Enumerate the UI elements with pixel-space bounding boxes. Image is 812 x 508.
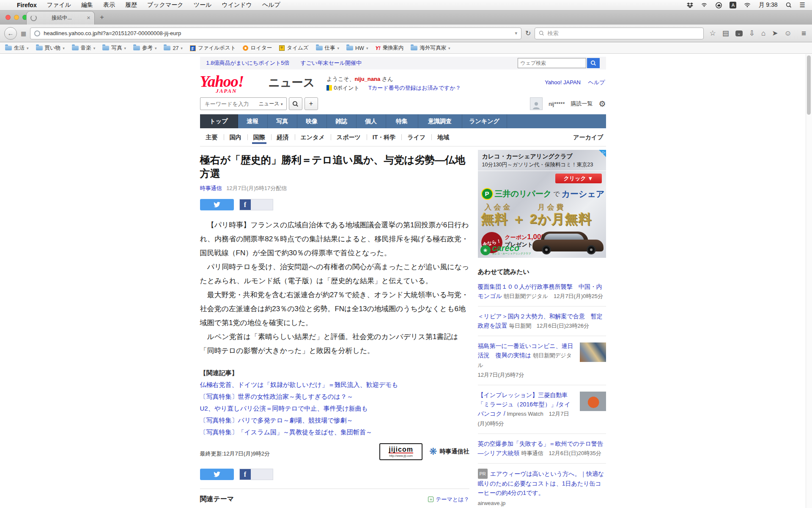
menu-help[interactable]: ヘルプ xyxy=(262,1,280,9)
subnav-sports[interactable]: スポーツ xyxy=(337,128,361,146)
menu-view[interactable]: 表示 xyxy=(103,1,115,9)
nav-tab-magazine[interactable]: 雑誌 xyxy=(327,114,357,128)
related-link[interactable]: 〔写真特集〕世界の女性政治家～美しすぎるのは？～ xyxy=(200,391,469,403)
bookmark-folder-reference[interactable]: 参考▾ xyxy=(133,44,157,52)
adchoices-icon[interactable]: ▷ xyxy=(599,150,606,157)
pocket-icon[interactable]: ⌄ xyxy=(735,30,743,36)
bookmark-folder-shopping[interactable]: 買い物▾ xyxy=(36,44,65,52)
subnav-main[interactable]: 主要 xyxy=(206,128,218,146)
related-link[interactable]: 〔写真特集〕「イスラム国」～異教徒を並ばせ、集団斬首～ xyxy=(200,426,469,438)
tab-close-icon[interactable]: ✕ xyxy=(87,15,91,21)
notification-center-icon[interactable]: ☰ xyxy=(800,1,805,9)
bookmark-reuters[interactable]: ロイター xyxy=(243,44,272,52)
bookmark-folder-hw[interactable]: HW▾ xyxy=(346,45,368,51)
browser-tab[interactable]: 接続中... ✕ xyxy=(26,11,95,25)
reload-button[interactable]: ↻ xyxy=(525,29,531,37)
bookmark-folder-photo[interactable]: 写真▾ xyxy=(102,44,126,52)
menu-firefox[interactable]: Firefox xyxy=(17,2,37,8)
back-button[interactable]: ← xyxy=(4,27,17,40)
subnav-it-science[interactable]: IT・科学 xyxy=(373,128,395,146)
add-tab-button[interactable]: + xyxy=(304,97,318,110)
related-link[interactable]: 〔写真特集〕パリで多発テロ～劇場、競技場で惨劇～ xyxy=(200,414,469,426)
page-scrollbar[interactable] xyxy=(806,54,812,508)
ad-click-button[interactable]: クリック ▼ xyxy=(555,174,602,183)
jijicom-logo[interactable]: jijicom http://www.jiji.com xyxy=(379,443,422,460)
news-thumbnail[interactable] xyxy=(580,392,606,411)
site-identity-icon[interactable] xyxy=(34,30,40,36)
promo-link-2[interactable]: すごい年末セール開催中 xyxy=(301,59,362,67)
subnav-entertainment[interactable]: エンタメ xyxy=(301,128,325,146)
spotlight-icon[interactable] xyxy=(785,2,792,8)
wifi-hotspot-icon[interactable] xyxy=(701,2,708,8)
news-search-button[interactable] xyxy=(289,97,302,110)
keyword-input[interactable] xyxy=(204,100,259,108)
url-dropdown-icon[interactable]: ▾ xyxy=(515,30,518,36)
input-source-icon[interactable]: A xyxy=(730,2,736,8)
carshare-ad[interactable]: ▷ カレコ・カーシェアリングクラブ 10分130円～ガソリン代・保険料コミ！東京… xyxy=(478,150,606,258)
dropbox-icon[interactable] xyxy=(686,2,693,8)
bookmark-folder-27[interactable]: 27▾ xyxy=(164,45,182,51)
menu-tools[interactable]: ツール xyxy=(194,1,212,9)
subnav-economy[interactable]: 経済 xyxy=(277,128,289,146)
nav-tab-photo[interactable]: 写真 xyxy=(268,114,297,128)
downloads-icon[interactable]: ⇩ xyxy=(749,29,755,38)
feedback-smiley-icon[interactable]: ☺ xyxy=(785,29,792,38)
archive-link[interactable]: アーカイブ xyxy=(573,128,603,146)
nav-tab-video[interactable]: 映像 xyxy=(297,114,327,128)
tab-groups-icon[interactable]: ▦ xyxy=(21,30,26,37)
article-source-link[interactable]: 時事通信 xyxy=(200,185,222,191)
url-text[interactable]: headlines.yahoo.co.jp/hl?a=20151207-0000… xyxy=(44,30,511,36)
bookmark-folder-music[interactable]: 音楽▾ xyxy=(72,44,96,52)
news-thumbnail[interactable] xyxy=(580,342,606,362)
web-search-button[interactable] xyxy=(587,58,600,68)
nav-tab-personal[interactable]: 個人 xyxy=(357,114,386,128)
bookmark-folder-photographers[interactable]: 海外写真家▾ xyxy=(411,44,450,52)
share-icon[interactable]: ➤ xyxy=(772,29,778,38)
pr-ad-link[interactable]: エアウィーヴは高いという方へ。｜快適な眠りのために必要なコストは、1日あたり缶コ… xyxy=(478,470,604,496)
twitter-share-button[interactable] xyxy=(200,469,234,480)
related-link[interactable]: 仏極右党首、ドイツは「奴隷が欲しいだけ」＝難民流入、歓迎デモも xyxy=(200,379,469,391)
close-window-button[interactable] xyxy=(5,15,11,20)
bookmark-star-icon[interactable]: ☆ xyxy=(709,29,716,38)
nav-tab-poll[interactable]: 意識調査 xyxy=(418,114,462,128)
jiji-press-logo[interactable]: ❋ 時事通信社 xyxy=(429,447,469,456)
gear-icon[interactable]: ⚙ xyxy=(598,99,606,109)
menubar-clock[interactable]: 月 9:38 xyxy=(758,1,777,9)
nav-tab-flash[interactable]: 速報 xyxy=(238,114,268,128)
nav-tab-top[interactable]: トップ xyxy=(200,114,238,128)
yahoo-japan-link[interactable]: Yahoo! JAPAN xyxy=(545,79,581,86)
minimize-window-button[interactable] xyxy=(14,15,19,20)
bookmark-filepost[interactable]: Fファイルポスト xyxy=(190,44,236,52)
menu-bookmarks[interactable]: ブックマーク xyxy=(147,1,184,9)
promo-link-1[interactable]: 1.8億商品がまいにちポイント5倍 xyxy=(206,59,290,67)
bookmark-times[interactable]: 〒タイムズ xyxy=(279,44,308,52)
web-search-input[interactable] xyxy=(518,58,586,68)
scrollbar-thumb[interactable] xyxy=(807,55,811,115)
twitter-share-button[interactable] xyxy=(200,199,234,210)
avatar[interactable] xyxy=(530,97,543,110)
search-scope-dropdown[interactable]: ニュース ▾ xyxy=(259,100,283,108)
bookmark-transit[interactable]: Y!乗換案内 xyxy=(375,44,403,52)
wifi-icon[interactable] xyxy=(744,2,751,8)
subnav-international[interactable]: 国際 xyxy=(253,128,265,146)
menu-hamburger-icon[interactable]: ≡ xyxy=(801,29,806,38)
subnav-domestic[interactable]: 国内 xyxy=(230,128,241,146)
nav-tab-ranking[interactable]: ランキング xyxy=(462,114,507,128)
menu-window[interactable]: ウインドウ xyxy=(222,1,252,9)
user-id[interactable]: nij***** xyxy=(549,101,565,107)
theme-about-link[interactable]: ＋ テーマとは？ xyxy=(428,496,469,503)
tcard-register-link[interactable]: Tカード番号の登録はお済みですか？ xyxy=(368,85,461,91)
facebook-share-button[interactable]: f xyxy=(239,469,273,480)
home-icon[interactable]: ⌂ xyxy=(761,29,765,38)
browser-search-field[interactable]: 検索 xyxy=(535,28,704,39)
bookmark-folder-work[interactable]: 仕事▾ xyxy=(316,44,340,52)
url-bar[interactable]: headlines.yahoo.co.jp/hl?a=20151207-0000… xyxy=(30,28,521,39)
yahoo-news-logo[interactable]: Yahoo! JAPAN ニュース xyxy=(200,75,315,89)
new-tab-button[interactable]: + xyxy=(100,13,104,22)
menu-file[interactable]: ファイル xyxy=(47,1,71,9)
subscriptions-link[interactable]: 購読一覧 xyxy=(571,100,593,108)
related-link[interactable]: U2、やり直しパリ公演＝同時テロで中止、事件受け新曲も xyxy=(200,403,469,414)
bookmark-folder-life[interactable]: 生活▾ xyxy=(5,44,29,52)
menu-history[interactable]: 履歴 xyxy=(125,1,137,9)
creative-cloud-icon[interactable] xyxy=(715,2,722,8)
